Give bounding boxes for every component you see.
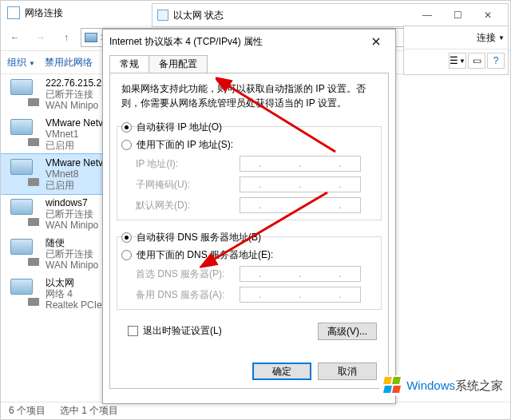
radio-dns-auto-label: 自动获得 DNS 服务器地址(B): [137, 231, 261, 244]
alternate-dns-input[interactable]: ...: [240, 287, 361, 303]
help-button[interactable]: ?: [487, 53, 505, 69]
adapter-icon: [7, 117, 39, 146]
chevron-down-icon: ▼: [29, 60, 35, 67]
advanced-button[interactable]: 高级(V)...: [318, 323, 377, 340]
adapter-small-icon: [157, 10, 168, 21]
view-list-button[interactable]: ☰▼: [449, 53, 466, 69]
cancel-button[interactable]: 取消: [318, 363, 377, 380]
close-icon: [372, 38, 380, 46]
radio-icon: [121, 122, 132, 133]
adapter-status: 已断开连接: [46, 89, 107, 100]
alternate-dns-label: 备用 DNS 服务器(A):: [136, 288, 240, 302]
adapter-status: VMnet1: [46, 129, 103, 140]
tab-alternate[interactable]: 备用配置: [149, 55, 208, 73]
description-text: 如果网络支持此功能，则可以获取自动指派的 IP 设置。否则，你需要从网络系统管理…: [121, 81, 377, 110]
radio-ip-auto-label: 自动获得 IP 地址(O): [137, 121, 222, 134]
dialog-close-button[interactable]: [363, 32, 389, 51]
ethernet-status-window: 以太网 状态 — ☐ ✕: [152, 3, 509, 27]
chevron-down-icon: ▼: [498, 34, 505, 42]
validate-label: 退出时验证设置(L): [143, 324, 222, 338]
tab-panel-general: 如果网络支持此功能，则可以获取自动指派的 IP 设置。否则，你需要从网络系统管理…: [109, 73, 389, 389]
adapter-name: 222.76.215.21: [46, 77, 107, 89]
adapter-device: 已启用: [46, 140, 103, 151]
ipv4-properties-dialog: Internet 协议版本 4 (TCP/IPv4) 属性 常规 备用配置 如果…: [102, 29, 396, 404]
preferred-dns-label: 首选 DNS 服务器(P):: [136, 267, 240, 281]
adapter-device: Realtek PCIe: [46, 299, 102, 311]
watermark: Windows系统之家: [379, 375, 508, 396]
ip-address-label: IP 地址(I):: [136, 157, 240, 171]
nav-forward-button[interactable]: →: [30, 28, 52, 47]
radio-icon: [121, 250, 132, 260]
dialog-titlebar: Internet 协议版本 4 (TCP/IPv4) 属性: [103, 30, 395, 53]
radio-dns-manual-label: 使用下面的 DNS 服务器地址(E):: [137, 248, 273, 262]
adapter-status: 已断开连接: [46, 208, 98, 220]
disable-adapter-button[interactable]: 禁用此网络: [45, 56, 93, 69]
checkbox-icon: [128, 326, 138, 336]
adapter-name: windows7: [46, 197, 98, 208]
ethernet-status-title: 以太网 状态: [173, 9, 224, 22]
tabstrip: 常规 备用配置: [103, 53, 395, 73]
adapter-icon: [7, 197, 39, 226]
ok-button[interactable]: 确定: [252, 363, 311, 380]
nav-back-button[interactable]: ←: [4, 28, 26, 47]
nav-up-button[interactable]: ↑: [55, 28, 77, 47]
connect-label-fragment: 连接: [477, 31, 496, 45]
radio-ip-manual[interactable]: 使用下面的 IP 地址(S):: [121, 136, 377, 153]
explorer-statusbar: 6 个项目 选中 1 个项目: [1, 402, 510, 419]
adapter-device: 已启用: [46, 180, 103, 191]
close-button[interactable]: ✕: [473, 6, 503, 25]
radio-icon: [121, 232, 132, 243]
adapter-name: VMware Netv: [46, 157, 103, 168]
adapter-device: WAN Minipo: [46, 260, 98, 271]
network-icon: [85, 33, 97, 42]
tab-general[interactable]: 常规: [109, 55, 149, 73]
status-count: 6 个项目: [9, 404, 46, 418]
dialog-title: Internet 协议版本 4 (TCP/IPv4) 属性: [109, 35, 263, 49]
adapter-device: WAN Minipo: [46, 220, 98, 231]
gateway-label: 默认网关(D):: [136, 199, 240, 212]
adapter-device: WAN Minipo: [46, 100, 107, 111]
radio-icon: [121, 140, 132, 150]
radio-dns-manual[interactable]: 使用下面的 DNS 服务器地址(E):: [121, 246, 377, 263]
maximize-button[interactable]: ☐: [442, 6, 473, 25]
radio-dns-auto[interactable]: 自动获得 DNS 服务器地址(B): [121, 228, 377, 246]
organize-menu[interactable]: 组织▼: [7, 56, 35, 69]
radio-ip-auto[interactable]: 自动获得 IP 地址(O): [121, 118, 377, 136]
adapter-name: 以太网: [46, 277, 102, 288]
adapter-name: 随便: [46, 237, 98, 248]
adapter-name: VMware Netv: [46, 117, 103, 129]
adapter-status: 已断开连接: [46, 248, 98, 260]
radio-ip-manual-label: 使用下面的 IP 地址(S):: [137, 138, 233, 152]
validate-on-exit-checkbox[interactable]: 退出时验证设置(L): [128, 324, 222, 338]
adapter-icon: [7, 237, 39, 266]
adapter-status: 网络 4: [46, 288, 102, 299]
view-details-button[interactable]: ▭: [468, 53, 485, 69]
gateway-input[interactable]: ...: [240, 197, 361, 213]
adapter-icon: [7, 77, 39, 106]
watermark-text: Windows系统之家: [406, 378, 503, 394]
properties-window-fragment: 连接 ▼ ☰▼ ▭ ?: [403, 26, 509, 75]
subnet-mask-label: 子网掩码(U):: [136, 178, 240, 192]
network-connections-icon: [7, 6, 20, 19]
minimize-button[interactable]: —: [412, 6, 442, 25]
explorer-title: 网络连接: [25, 6, 63, 20]
adapter-icon: [7, 157, 39, 186]
preferred-dns-input[interactable]: ...: [240, 266, 361, 282]
ip-address-input[interactable]: ...: [240, 156, 361, 172]
windows-logo-icon: [384, 377, 402, 394]
adapter-status: VMnet8: [46, 168, 103, 180]
subnet-mask-input[interactable]: ...: [240, 176, 361, 192]
adapter-icon: [7, 277, 39, 306]
status-selected: 选中 1 个项目: [60, 404, 118, 418]
